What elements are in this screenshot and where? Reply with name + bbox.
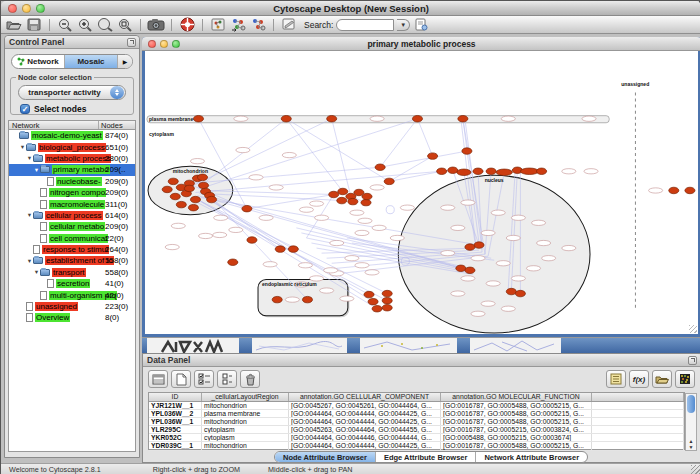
gene-node[interactable]	[190, 196, 200, 202]
gene-node-label[interactable]	[298, 263, 312, 268]
tree-row[interactable]: ▼cellular process614(0)	[9, 210, 135, 221]
scrollbar-arrows[interactable]: ▲▼	[686, 438, 696, 450]
gene-node[interactable]	[375, 164, 385, 170]
tree-row[interactable]: multi-organism pro42(0)	[9, 289, 135, 300]
gene-node[interactable]	[669, 187, 679, 193]
gene-node-label[interactable]	[358, 218, 372, 223]
gene-node-label[interactable]	[481, 301, 495, 306]
table-cell[interactable]: [GO:0016787, GO:0005488, GO:0005215, G..…	[441, 410, 592, 417]
table-cell[interactable]	[592, 418, 684, 425]
gene-node-label[interactable]	[496, 261, 510, 266]
import-attributes-icon[interactable]	[249, 17, 267, 33]
table-cell[interactable]: [GO:0016787, GO:0005488, GO:0005215, G..…	[441, 402, 592, 409]
column-header[interactable]: ID	[149, 393, 202, 401]
gene-node[interactable]	[506, 288, 516, 294]
tab-node-attribute-browser[interactable]: Node Attribute Browser	[275, 452, 376, 462]
gene-node[interactable]	[329, 191, 339, 197]
minimize-button[interactable]	[22, 4, 31, 13]
table-cell[interactable]: [GO:0044464, GO:0044444, GO:0044425, G..…	[289, 418, 441, 425]
table-cell[interactable]: YKR052C	[149, 434, 202, 441]
tab-overflow-arrow[interactable]: ▶	[118, 55, 132, 68]
gene-node[interactable]	[520, 168, 538, 174]
open-session-icon[interactable]	[5, 17, 23, 33]
gene-node-label[interactable]	[531, 220, 545, 225]
table-row[interactable]: YKR052Ccytoplasm[GO:0044464, GO:0044446,…	[149, 434, 684, 442]
gene-node[interactable]	[184, 185, 194, 191]
zoom-out-icon[interactable]	[56, 17, 74, 33]
gene-node[interactable]	[302, 296, 312, 302]
gene-node[interactable]	[437, 168, 447, 174]
gene-node-label[interactable]	[481, 230, 495, 235]
annotation-icon[interactable]	[280, 17, 298, 33]
disclosure-triangle-icon[interactable]: ▼	[26, 212, 33, 218]
table-cell[interactable]: mitochondrion	[202, 418, 289, 425]
table-cell[interactable]: mitochondrion	[202, 442, 289, 449]
gene-node-label[interactable]	[400, 205, 414, 210]
gene-node[interactable]	[473, 168, 483, 174]
gene-node[interactable]	[382, 304, 392, 310]
table-cell[interactable]	[592, 426, 684, 433]
gene-node-label[interactable]	[320, 288, 334, 293]
column-header[interactable]	[592, 393, 684, 401]
gene-node[interactable]	[337, 197, 347, 203]
gene-node-label[interactable]	[198, 233, 212, 238]
gene-node-label[interactable]	[309, 276, 323, 281]
gene-node-label[interactable]	[249, 175, 263, 180]
heatmap-icon[interactable]	[675, 370, 695, 388]
gene-node[interactable]	[474, 242, 484, 248]
gene-node-label[interactable]	[299, 207, 313, 212]
gene-node[interactable]	[170, 193, 180, 199]
gene-node[interactable]	[188, 204, 198, 210]
column-header[interactable]: annotation.GO MOLECULAR_FUNCTION	[441, 393, 592, 401]
search-dropdown[interactable]: ▼	[397, 19, 410, 31]
gene-node[interactable]	[364, 291, 374, 297]
table-cell[interactable]: YPL036W__2	[149, 410, 202, 417]
gene-node[interactable]	[458, 115, 468, 121]
table-row[interactable]: YLR295Ccytoplasm[GO:0045263, GO:0044464,…	[149, 426, 684, 434]
gene-node-label[interactable]	[236, 147, 250, 152]
float-panel-icon[interactable]	[688, 356, 697, 365]
tree-row[interactable]: cellular metabo209(0)	[9, 221, 135, 232]
gene-node-label[interactable]	[234, 116, 248, 121]
gene-node[interactable]	[465, 244, 475, 250]
gene-node-label[interactable]	[542, 256, 556, 261]
minimize-button[interactable]	[160, 40, 168, 48]
tree-row[interactable]: ▼primary metabo209(..	[9, 164, 135, 175]
gene-node-label[interactable]	[441, 205, 455, 210]
gene-node-label[interactable]	[461, 200, 475, 205]
table-cell[interactable]: [GO:0005488, GO:0005215, GO:0003674]	[441, 434, 592, 441]
gene-node[interactable]	[361, 199, 371, 205]
table-cell[interactable]: plasma membrane	[202, 410, 289, 417]
zoom-button[interactable]	[172, 40, 180, 48]
table-cell[interactable]: YJR121W__1	[149, 402, 202, 409]
disclosure-triangle-icon[interactable]: ▼	[33, 269, 40, 275]
gene-node[interactable]	[462, 148, 472, 154]
table-cell[interactable]: cytoplasm	[202, 426, 289, 433]
gene-node[interactable]	[228, 259, 238, 265]
table-row[interactable]: YPL036W__2plasma membrane[GO:0044464, GO…	[149, 410, 684, 418]
table-cell[interactable]: mitochondrion	[202, 402, 289, 409]
gene-node[interactable]	[272, 296, 282, 302]
gene-node[interactable]	[368, 298, 378, 304]
gene-node-label[interactable]	[562, 169, 576, 174]
table-cell[interactable]	[592, 402, 684, 409]
gene-node-label[interactable]	[324, 268, 338, 273]
gene-node-label[interactable]	[365, 270, 379, 275]
gene-node[interactable]	[685, 187, 695, 193]
zoom-button[interactable]	[36, 4, 45, 13]
tab-edge-attribute-browser[interactable]: Edge Attribute Browser	[376, 452, 476, 462]
table-cell[interactable]	[592, 434, 684, 441]
gene-node-label[interactable]	[190, 159, 204, 164]
snapshot-icon[interactable]	[147, 17, 165, 33]
gene-node-label[interactable]	[372, 225, 386, 230]
float-panel-icon[interactable]	[127, 38, 136, 47]
tree-row[interactable]: ▼establishment of lo558(0)	[9, 255, 135, 266]
gene-node[interactable]	[515, 290, 525, 296]
gene-node-label[interactable]	[506, 235, 520, 240]
gene-node-label[interactable]	[263, 262, 277, 267]
gene-node[interactable]	[275, 246, 285, 252]
gene-node[interactable]	[457, 169, 471, 175]
gene-node-label[interactable]	[491, 210, 505, 215]
unselect-attributes-icon[interactable]	[217, 370, 237, 388]
tree-row[interactable]: ▼biological_process651(0)	[9, 141, 135, 152]
